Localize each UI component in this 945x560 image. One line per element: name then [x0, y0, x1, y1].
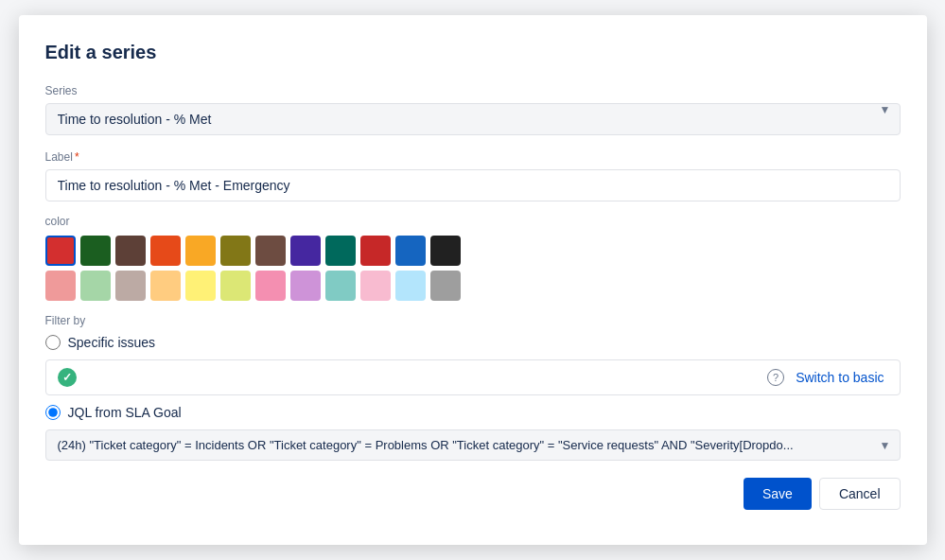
color-swatch-c19[interactable] — [255, 271, 286, 301]
color-label: color — [45, 215, 901, 228]
color-swatch-c14[interactable] — [80, 271, 111, 301]
color-swatch-c9[interactable] — [325, 236, 356, 266]
color-swatch-c22[interactable] — [360, 271, 391, 301]
color-swatch-c17[interactable] — [185, 271, 216, 301]
switch-to-basic-button[interactable]: Switch to basic — [792, 370, 887, 385]
label-input[interactable] — [45, 169, 901, 201]
series-select[interactable]: Time to resolution - % Met — [45, 103, 901, 135]
cancel-button[interactable]: Cancel — [819, 478, 901, 510]
save-button[interactable]: Save — [744, 478, 812, 510]
color-section: color — [45, 215, 901, 301]
color-swatch-c1[interactable] — [45, 236, 76, 266]
color-row-2 — [45, 271, 901, 301]
color-swatch-c2[interactable] — [80, 236, 111, 266]
label-field-wrapper: Label* — [45, 150, 901, 215]
color-swatch-c10[interactable] — [360, 236, 391, 266]
color-swatch-c6[interactable] — [220, 236, 251, 266]
label-field-label: Label* — [45, 150, 901, 164]
color-swatch-c5[interactable] — [185, 236, 216, 266]
series-label: Series — [45, 84, 901, 97]
edit-series-dialog: Edit a series Series Time to resolution … — [19, 15, 927, 545]
help-icon[interactable]: ? — [767, 369, 784, 386]
footer-actions: Save Cancel — [45, 478, 901, 510]
color-swatch-c21[interactable] — [325, 271, 356, 301]
color-swatch-c20[interactable] — [290, 271, 321, 301]
jql-check-icon — [58, 368, 77, 387]
color-swatch-c18[interactable] — [220, 271, 251, 301]
color-swatch-c12[interactable] — [430, 236, 461, 266]
jql-from-sla-row: JQL from SLA Goal — [45, 405, 901, 420]
color-swatch-c4[interactable] — [150, 236, 181, 266]
color-swatch-c23[interactable] — [395, 271, 426, 301]
color-row-1 — [45, 236, 901, 266]
jql-from-sla-label: JQL from SLA Goal — [68, 405, 182, 420]
jql-from-sla-radio[interactable] — [45, 405, 61, 420]
color-swatch-c8[interactable] — [290, 236, 321, 266]
specific-issues-radio[interactable] — [45, 335, 61, 350]
color-swatch-c15[interactable] — [115, 271, 146, 301]
jql-bar: ? Switch to basic — [45, 359, 901, 395]
color-swatch-c3[interactable] — [115, 236, 146, 266]
color-swatch-c24[interactable] — [430, 271, 461, 301]
color-swatch-c13[interactable] — [45, 271, 76, 301]
jql-from-sla-option[interactable]: JQL from SLA Goal — [45, 405, 182, 420]
color-swatch-c11[interactable] — [395, 236, 426, 266]
color-swatch-c16[interactable] — [150, 271, 181, 301]
color-swatch-c7[interactable] — [255, 236, 286, 266]
specific-issues-option[interactable]: Specific issues — [45, 335, 901, 350]
jql-query-wrapper: (24h) "Ticket category" = Incidents OR "… — [45, 429, 901, 461]
series-field-wrapper: Series Time to resolution - % Met ▼ — [45, 84, 901, 135]
specific-issues-label: Specific issues — [68, 335, 156, 350]
filter-by-label: Filter by — [45, 314, 901, 327]
dialog-title: Edit a series — [45, 42, 901, 63]
filter-by-section: Filter by Specific issues — [45, 314, 901, 350]
jql-query-select[interactable]: (24h) "Ticket category" = Incidents OR "… — [45, 429, 901, 461]
